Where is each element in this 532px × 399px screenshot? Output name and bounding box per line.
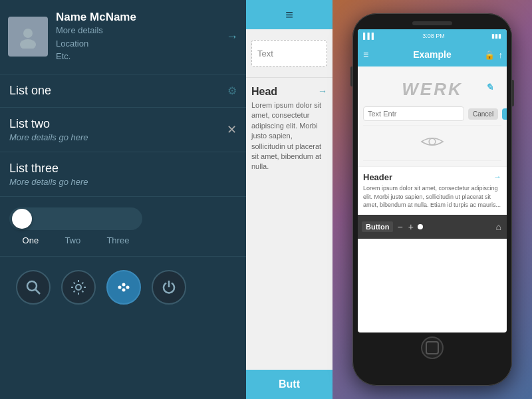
- iphone-header-section: → Header Lorem ipsum dolor sit amet, con…: [358, 166, 507, 215]
- nav-bar: ≡ Example 🔒 ↑: [358, 43, 507, 66]
- toggle-labels: One Two Three: [9, 235, 142, 245]
- nav-icons: 🔒 ↑: [484, 50, 503, 60]
- list-item-2[interactable]: List two More details go here ✕: [0, 108, 246, 152]
- list-item-3[interactable]: List three More details go here: [0, 152, 246, 197]
- text-input-placeholder: Text: [257, 49, 273, 59]
- toggle-track[interactable]: [9, 207, 142, 230]
- iphone-screen: ▌▌▌ 3:08 PM ▮▮▮ ≡ Example 🔒 ↑: [358, 29, 507, 332]
- middle-button[interactable]: Butt: [246, 370, 332, 399]
- logo-text: WERK: [402, 79, 462, 99]
- list-details-2: More details go here: [9, 132, 237, 142]
- iphone-content: WERK ✎ Cancel Save: [358, 66, 507, 166]
- dots-button[interactable]: [106, 270, 141, 305]
- home-icon[interactable]: ⌂: [495, 221, 503, 232]
- upload-icon[interactable]: ↑: [499, 50, 503, 60]
- toggle-label-three[interactable]: Three: [106, 235, 129, 245]
- avatar: [8, 17, 48, 57]
- home-button-inner: [426, 341, 439, 354]
- list-details-3: More details go here: [9, 177, 237, 187]
- iphone-body: ▌▌▌ 3:08 PM ▮▮▮ ≡ Example 🔒 ↑: [352, 13, 512, 386]
- search-button[interactable]: [16, 270, 51, 305]
- iphone-bottom-bar: Button − + ⌂: [358, 215, 507, 239]
- svg-line-3: [36, 289, 41, 294]
- text-entry-input[interactable]: [363, 106, 464, 121]
- profile-name: Name McName: [56, 11, 221, 24]
- svg-point-1: [20, 39, 36, 49]
- signal-indicator: ▌▌▌: [363, 33, 376, 39]
- svg-point-0: [23, 29, 33, 38]
- list-title-3: List three: [9, 162, 237, 176]
- werk-logo: WERK ✎: [363, 72, 501, 102]
- profile-arrow-icon: →: [226, 30, 238, 44]
- toggle-label-one[interactable]: One: [23, 235, 39, 245]
- svg-point-5: [118, 285, 122, 289]
- battery-icon: ▮▮▮: [491, 33, 501, 39]
- plus-icon[interactable]: +: [407, 221, 415, 232]
- list-close-icon[interactable]: ✕: [227, 122, 237, 137]
- middle-arrow-icon: →: [318, 86, 327, 96]
- minus-icon[interactable]: −: [396, 221, 404, 232]
- dot-indicator: [418, 224, 423, 229]
- toggle-label-two[interactable]: Two: [65, 235, 80, 245]
- middle-panel: ≡ Text → Head Lorem ipsum dolor sit amet…: [246, 0, 332, 399]
- cancel-button[interactable]: Cancel: [468, 108, 498, 120]
- toggle-section: One Two Three: [0, 197, 246, 257]
- nav-hamburger-icon[interactable]: ≡: [363, 49, 368, 60]
- svg-point-6: [122, 283, 126, 286]
- edit-icon[interactable]: ✎: [485, 82, 496, 92]
- profile-info: Name McName More details Location Etc.: [56, 11, 221, 63]
- icons-section: [0, 257, 246, 318]
- lock-icon[interactable]: 🔒: [484, 50, 495, 60]
- hamburger-icon[interactable]: ≡: [285, 7, 293, 23]
- status-bar: ▌▌▌ 3:08 PM ▮▮▮: [358, 29, 507, 43]
- signal-icon: ▌▌▌: [363, 33, 376, 39]
- eye-icon-section: [363, 125, 501, 161]
- iphone-header-title: Header: [363, 172, 501, 182]
- power-side-button: [512, 80, 514, 106]
- header-arrow-icon: →: [493, 172, 501, 182]
- speaker: [412, 21, 452, 25]
- svg-point-2: [27, 281, 37, 291]
- home-button[interactable]: [421, 336, 444, 359]
- iphone-body-text: Lorem ipsum dolor sit amet, consectetur …: [363, 184, 501, 209]
- svg-point-7: [126, 285, 130, 289]
- svg-point-8: [122, 288, 126, 291]
- bottom-button-label[interactable]: Button: [362, 221, 393, 232]
- toggle-thumb: [12, 209, 32, 229]
- list-settings-icon: ⚙: [227, 84, 237, 97]
- power-button[interactable]: [152, 270, 186, 305]
- settings-button[interactable]: [61, 270, 96, 305]
- text-entry-row: Cancel Save: [363, 102, 501, 125]
- middle-header-section: → Head Lorem ipsum dolor sit amet, conse…: [246, 77, 332, 178]
- right-phone: ▌▌▌ 3:08 PM ▮▮▮ ≡ Example 🔒 ↑: [352, 13, 512, 386]
- eye-icon: [419, 132, 446, 151]
- profile-details: More details Location Etc.: [56, 24, 221, 63]
- volume-button: [350, 66, 352, 86]
- time-display: 3:08 PM: [422, 33, 445, 39]
- list-title-1: List one: [9, 84, 237, 98]
- svg-point-10: [429, 138, 436, 145]
- middle-button-label: Butt: [279, 378, 300, 390]
- middle-header: ≡: [246, 0, 332, 29]
- middle-text-input[interactable]: Text: [251, 40, 327, 66]
- list-item-1[interactable]: List one ⚙: [0, 74, 246, 108]
- middle-section-title: Head: [251, 86, 327, 98]
- svg-point-4: [76, 285, 81, 290]
- profile-section[interactable]: Name McName More details Location Etc. →: [0, 0, 246, 74]
- left-phone-panel: Name McName More details Location Etc. →…: [0, 0, 246, 399]
- list-title-2: List two: [9, 117, 237, 131]
- middle-body-text: Lorem ipsum dolor sit amet, consectetur …: [251, 100, 327, 172]
- nav-title: Example: [413, 49, 452, 60]
- battery-indicator: ▮▮▮: [491, 33, 501, 39]
- save-button[interactable]: Save: [502, 108, 507, 120]
